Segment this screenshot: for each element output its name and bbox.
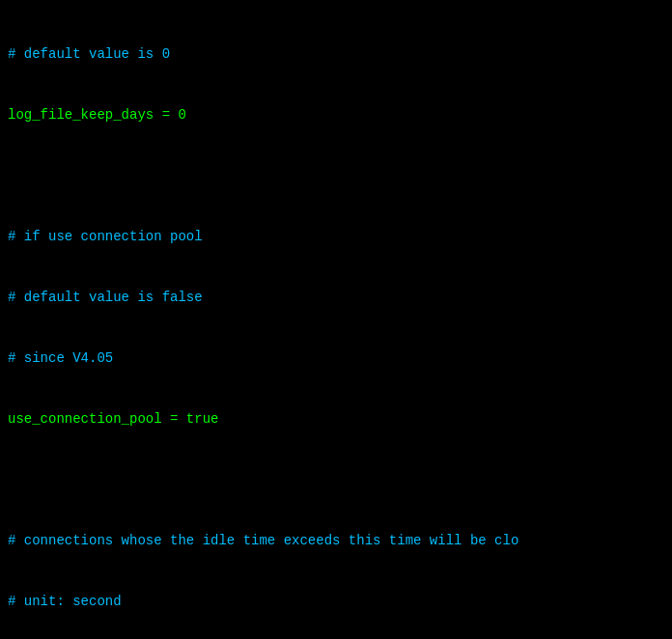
line-4: # if use connection pool [8,227,664,247]
code-editor: # default value is 0 log_file_keep_days … [0,0,672,639]
line-10: # unit: second [8,592,664,612]
line-5: # default value is false [8,288,664,308]
line-8 [8,470,664,490]
line-2: log_file_keep_days = 0 [8,105,664,125]
line-7: use_connection_pool = true [8,409,664,430]
line-9: # connections whose the idle time exceed… [8,531,664,551]
line-6: # since V4.05 [8,348,664,369]
line-1: # default value is 0 [8,44,664,65]
line-3 [8,166,664,186]
